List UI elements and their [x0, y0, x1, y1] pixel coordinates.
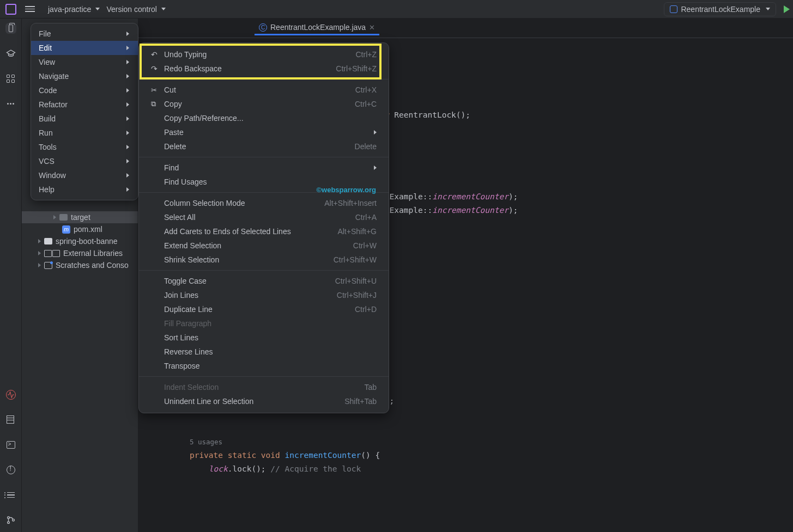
- chevron-right-icon: [126, 117, 129, 121]
- expand-arrow-icon[interactable]: [38, 239, 41, 243]
- libraries-icon: [44, 250, 60, 257]
- chevron-right-icon: [126, 131, 129, 135]
- menu-build[interactable]: Build: [31, 112, 138, 126]
- terminal-tool-button[interactable]: [5, 439, 16, 450]
- menu-help[interactable]: Help: [31, 182, 138, 197]
- menu-join-lines[interactable]: Join LinesCtrl+Shift+J: [139, 288, 389, 302]
- top-toolbar: java-practice Version control ReentrantL…: [0, 0, 793, 19]
- scratches-icon: [44, 262, 52, 269]
- menu-run[interactable]: Run: [31, 126, 138, 140]
- ide-logo-icon: [5, 4, 16, 15]
- svg-point-2: [12, 519, 14, 521]
- java-class-icon: C: [259, 23, 267, 32]
- copy-icon: ⧉: [151, 100, 159, 108]
- editor-tab[interactable]: C ReentrantLockExample.java ✕: [255, 21, 379, 35]
- menu-vcs[interactable]: VCS: [31, 154, 138, 168]
- menu-transpose[interactable]: Transpose: [139, 359, 389, 373]
- run-button[interactable]: [784, 5, 790, 13]
- maven-file-icon: m: [62, 225, 70, 234]
- folder-icon: [59, 214, 68, 221]
- menu-indent: Indent SelectionTab: [139, 380, 389, 394]
- menu-column-selection[interactable]: Column Selection ModeAlt+Shift+Insert: [139, 196, 389, 210]
- close-tab-icon[interactable]: ✕: [369, 23, 375, 32]
- redo-icon: ↷: [151, 64, 159, 73]
- menu-select-all[interactable]: Select AllCtrl+A: [139, 210, 389, 224]
- main-menu-popup: File Edit View Navigate Code Refactor Bu…: [31, 23, 138, 200]
- menu-fill-paragraph: Fill Paragraph: [139, 316, 389, 331]
- tree-node-target[interactable]: target: [22, 211, 138, 223]
- tree-node-scratches[interactable]: Scratches and Conso: [22, 259, 138, 271]
- menu-delete[interactable]: DeleteDelete: [139, 139, 389, 154]
- expand-arrow-icon[interactable]: [38, 251, 41, 255]
- menu-reverse-lines[interactable]: Reverse Lines: [139, 345, 389, 359]
- menu-extend-selection[interactable]: Extend SelectionCtrl+W: [139, 239, 389, 253]
- chevron-right-icon: [374, 166, 377, 170]
- menu-window[interactable]: Window: [31, 168, 138, 182]
- structure-tool-button[interactable]: [5, 73, 16, 84]
- expand-arrow-icon[interactable]: [53, 215, 56, 219]
- menu-navigate[interactable]: Navigate: [31, 69, 138, 83]
- chevron-right-icon: [126, 102, 129, 107]
- chevron-right-icon: [126, 173, 129, 178]
- menu-undo[interactable]: ↶Undo TypingCtrl+Z: [139, 47, 389, 62]
- menu-sort-lines[interactable]: Sort Lines: [139, 331, 389, 345]
- vcs-tool-button[interactable]: [5, 515, 16, 525]
- problems-tool-button[interactable]: [5, 464, 16, 475]
- menu-tools[interactable]: Tools: [31, 140, 138, 154]
- todo-tool-button[interactable]: [5, 490, 16, 500]
- watermark-text: ©websparrow.org: [316, 186, 376, 194]
- svg-point-1: [7, 522, 9, 524]
- chevron-right-icon: [126, 32, 129, 36]
- chevron-right-icon: [374, 130, 377, 134]
- run-config-selector[interactable]: ReentrantLockExample: [664, 2, 776, 16]
- undo-icon: ↶: [151, 50, 159, 59]
- tool-window-strip-left: [0, 19, 22, 532]
- chevron-right-icon: [126, 60, 129, 64]
- menu-add-carets[interactable]: Add Carets to Ends of Selected LinesAlt+…: [139, 224, 389, 239]
- menu-cut[interactable]: ✂CutCtrl+X: [139, 83, 389, 97]
- chevron-down-icon: [95, 8, 100, 10]
- project-dropdown[interactable]: java-practice: [45, 3, 103, 16]
- menu-refactor[interactable]: Refactor: [31, 97, 138, 112]
- chevron-right-icon: [126, 159, 129, 163]
- more-tool-button[interactable]: [5, 98, 16, 109]
- module-icon: [44, 238, 52, 244]
- tree-node-pom[interactable]: m pom.xml: [22, 223, 138, 235]
- chevron-right-icon: [126, 88, 129, 93]
- class-icon: [670, 5, 677, 13]
- menu-unindent[interactable]: Unindent Line or SelectionShift+Tab: [139, 394, 389, 408]
- menu-edit[interactable]: Edit: [31, 41, 138, 55]
- menu-find[interactable]: Find: [139, 161, 389, 175]
- main-menu-button[interactable]: [25, 3, 38, 16]
- chevron-right-icon: [126, 46, 129, 50]
- menu-redo[interactable]: ↷Redo BackspaceCtrl+Shift+Z: [139, 62, 389, 76]
- chevron-right-icon: [126, 145, 129, 149]
- scissors-icon: ✂: [151, 86, 159, 94]
- chevron-right-icon: [126, 187, 129, 192]
- database-tool-button[interactable]: [5, 414, 16, 425]
- chevron-down-icon: [766, 8, 770, 10]
- edit-menu-popup: ↶Undo TypingCtrl+Z ↷Redo BackspaceCtrl+S…: [138, 42, 389, 413]
- menu-copy-path[interactable]: Copy Path/Reference...: [139, 111, 389, 125]
- menu-shrink-selection[interactable]: Shrink SelectionCtrl+Shift+W: [139, 253, 389, 267]
- menu-paste[interactable]: Paste: [139, 125, 389, 139]
- services-tool-button[interactable]: [5, 389, 16, 400]
- tree-node-spring[interactable]: spring-boot-banne: [22, 235, 138, 247]
- project-tool-button[interactable]: [5, 23, 16, 34]
- expand-arrow-icon[interactable]: [38, 263, 41, 267]
- chevron-down-icon: [161, 8, 166, 10]
- bookmarks-tool-button[interactable]: [5, 48, 16, 59]
- menu-toggle-case[interactable]: Toggle CaseCtrl+Shift+U: [139, 274, 389, 288]
- menu-view[interactable]: View: [31, 55, 138, 69]
- menu-duplicate-line[interactable]: Duplicate LineCtrl+D: [139, 302, 389, 316]
- svg-point-0: [7, 517, 9, 519]
- menu-file[interactable]: File: [31, 27, 138, 41]
- vcs-dropdown[interactable]: Version control: [103, 3, 169, 16]
- chevron-right-icon: [126, 74, 129, 78]
- menu-code[interactable]: Code: [31, 83, 138, 97]
- tree-node-external-libs[interactable]: External Libraries: [22, 247, 138, 259]
- menu-copy[interactable]: ⧉CopyCtrl+C: [139, 97, 389, 111]
